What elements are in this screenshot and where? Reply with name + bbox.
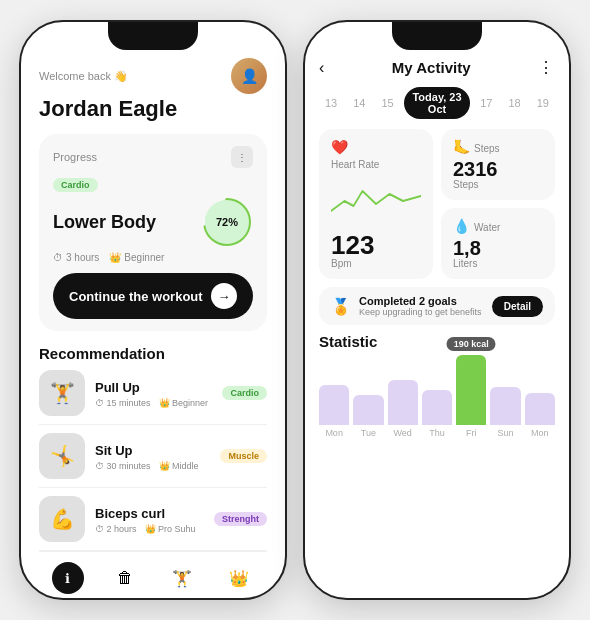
activity-title: My Activity (392, 59, 471, 76)
welcome-text: Welcome back 👋 (39, 70, 128, 83)
bar-mon2: Mon (525, 393, 555, 438)
bar-fri-bar: 190 kcal (456, 355, 486, 425)
back-button[interactable]: ‹ (319, 59, 324, 77)
bar-sun-bar (490, 387, 520, 425)
recommendation-list: 🏋️ Pull Up ⏱ 15 minutes 👑 Beginner Cardi… (39, 370, 267, 551)
bar-mon2-bar (525, 393, 555, 425)
bar-fri: 190 kcal Fri (456, 355, 486, 438)
heart-label: Heart Rate (331, 159, 421, 170)
bar-tue-bar (353, 395, 383, 425)
continue-workout-button[interactable]: Continue the workout → (53, 273, 253, 319)
bar-wed-label: Wed (394, 428, 412, 438)
bar-fri-tooltip: 190 kcal (447, 337, 496, 351)
stats-grid: ❤️ Heart Rate 123 Bpm 🦶 Steps 2316 (319, 129, 555, 279)
goals-sub: Keep upgrading to get benefits (359, 307, 484, 317)
heart-unit: Bpm (331, 258, 421, 269)
rec-badge-situp: Muscle (220, 449, 267, 463)
workout-level: 👑 Beginner (109, 252, 164, 263)
date-19[interactable]: 19 (531, 93, 555, 113)
rec-name-biceps: Biceps curl (95, 506, 165, 521)
bar-sun-label: Sun (498, 428, 514, 438)
water-value: 1,8 (453, 238, 481, 258)
recommendation-title: Recommendation (39, 345, 267, 362)
workout-duration: ⏱ 3 hours (53, 252, 99, 263)
nav-workout[interactable]: 🏋 (166, 562, 198, 594)
rec-item-pullup[interactable]: 🏋️ Pull Up ⏱ 15 minutes 👑 Beginner Cardi… (39, 370, 267, 425)
rec-name-situp: Sit Up (95, 443, 133, 458)
progress-label: Progress (53, 151, 97, 163)
progress-card: Progress ⋮ Cardio Lower Body 72% ⏱ 3 hou… (39, 134, 267, 331)
workout-name: Lower Body (53, 212, 156, 233)
date-17[interactable]: 17 (474, 93, 498, 113)
left-phone: Welcome back 👋 👤 Jordan Eagle Progress ⋮… (19, 20, 287, 600)
bar-tue: Tue (353, 395, 383, 438)
rec-thumb-biceps: 💪 (39, 496, 85, 542)
avatar: 👤 (231, 58, 267, 94)
goals-title: Completed 2 goals (359, 295, 484, 307)
bar-mon1-label: Mon (325, 428, 343, 438)
nav-crown[interactable]: 👑 (223, 562, 255, 594)
heart-rate-card: ❤️ Heart Rate 123 Bpm (319, 129, 433, 279)
bottom-nav: ℹ 🗑 🏋 👑 (39, 551, 267, 598)
user-name: Jordan Eagle (39, 96, 267, 122)
progress-pct: 72% (205, 200, 249, 244)
steps-value: 2316 (453, 159, 543, 179)
bar-wed-bar (388, 380, 418, 425)
heart-icon: ❤️ (331, 139, 421, 155)
notch-left (108, 22, 198, 50)
date-15[interactable]: 15 (376, 93, 400, 113)
water-icon: 💧 (453, 218, 470, 234)
water-label: Water (474, 222, 500, 233)
bar-tue-label: Tue (361, 428, 376, 438)
cardio-badge: Cardio (53, 178, 98, 192)
steps-icon: 🦶 (453, 139, 470, 155)
progress-circle: 72% (201, 196, 253, 248)
nav-home[interactable]: ℹ (52, 562, 84, 594)
bar-sun: Sun (490, 387, 520, 438)
rec-name-pullup: Pull Up (95, 380, 140, 395)
rec-badge-pullup: Cardio (222, 386, 267, 400)
bar-mon1: Mon (319, 385, 349, 438)
goals-banner: 🏅 Completed 2 goals Keep upgrading to ge… (319, 287, 555, 325)
bar-fri-label: Fri (466, 428, 477, 438)
statistic-title: Statistic (319, 333, 555, 350)
date-18[interactable]: 18 (503, 93, 527, 113)
steps-unit: Steps (453, 179, 543, 190)
rec-item-situp[interactable]: 🤸 Sit Up ⏱ 30 minutes 👑 Middle Muscle (39, 433, 267, 488)
heart-chart (331, 176, 421, 232)
date-bar: 13 14 15 Today, 23 Oct 17 18 19 (319, 87, 555, 119)
rec-thumb-situp: 🤸 (39, 433, 85, 479)
water-unit: Liters (453, 258, 543, 269)
goals-icon: 🏅 (331, 297, 351, 316)
right-phone: ‹ My Activity ⋮ 13 14 15 Today, 23 Oct 1… (303, 20, 571, 600)
rec-thumb-pullup: 🏋️ (39, 370, 85, 416)
rec-badge-biceps: Strenght (214, 512, 267, 526)
more-options-button[interactable]: ⋮ (538, 58, 555, 77)
expand-button[interactable]: ⋮ (231, 146, 253, 168)
bar-thu-label: Thu (429, 428, 445, 438)
bar-chart: Mon Tue Wed Thu 190 kcal Fri (319, 358, 555, 438)
heart-value: 123 (331, 232, 374, 258)
nav-trash[interactable]: 🗑 (109, 562, 141, 594)
steps-card: 🦶 Steps 2316 Steps (441, 129, 555, 200)
notch-right (392, 22, 482, 50)
arrow-icon: → (211, 283, 237, 309)
date-13[interactable]: 13 (319, 93, 343, 113)
bar-wed: Wed (388, 380, 418, 438)
steps-label: Steps (474, 143, 500, 154)
bar-mon2-label: Mon (531, 428, 549, 438)
water-card: 💧 Water 1,8 Liters (441, 208, 555, 279)
bar-thu: Thu (422, 390, 452, 438)
bar-mon1-bar (319, 385, 349, 425)
date-14[interactable]: 14 (347, 93, 371, 113)
date-today[interactable]: Today, 23 Oct (404, 87, 471, 119)
detail-button[interactable]: Detail (492, 296, 543, 317)
bar-thu-bar (422, 390, 452, 425)
rec-item-biceps[interactable]: 💪 Biceps curl ⏱ 2 hours 👑 Pro Suhu Stren… (39, 496, 267, 551)
